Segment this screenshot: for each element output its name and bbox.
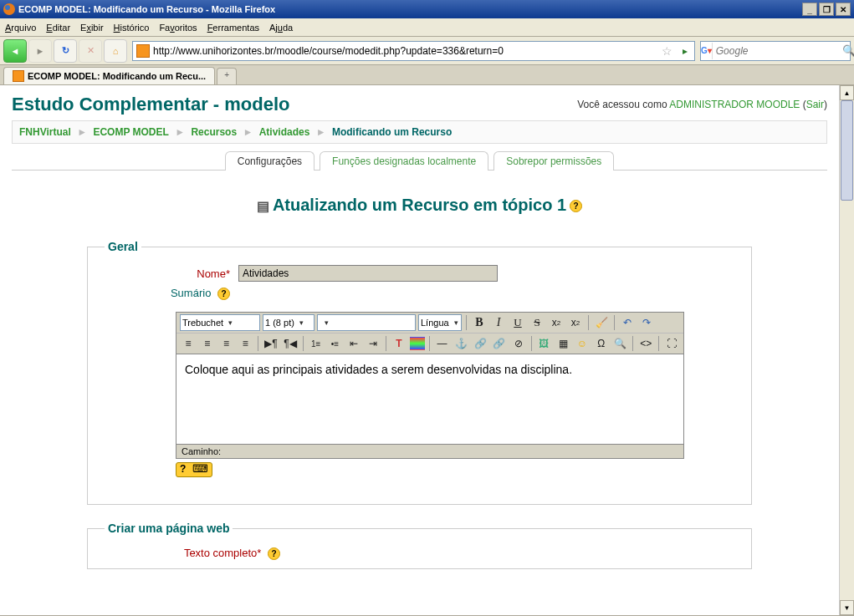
fieldset-geral: Geral Nome* Sumário ? Trebuchet 1 (8 pt)… [87,240,752,505]
close-button[interactable]: ✕ [836,3,851,16]
restore-button[interactable]: ❐ [819,3,834,16]
editor-textarea[interactable]: Coloque aqui as principais atividades a … [176,354,684,445]
search-submit-icon[interactable]: 🔍 [842,44,854,57]
logout-link[interactable]: Sair [806,99,824,110]
go-button[interactable]: ▸ [676,45,694,57]
editor-sup-button[interactable]: x2 [567,314,584,331]
nome-input[interactable] [238,265,498,282]
editor-unlink-button[interactable]: 🔗 [491,335,508,352]
editor-hr-button[interactable]: — [434,335,451,352]
page-title: Estudo Complementar - modelo [12,94,289,115]
menu-ferramentas[interactable]: Ferramentas [207,23,259,33]
vertical-scrollbar[interactable]: ▲ ▼ [839,85,854,615]
reload-button[interactable]: ↻ [54,39,77,63]
menu-arquivo[interactable]: Arquivo [5,23,36,33]
editor-anchor-button[interactable]: ⚓ [453,335,469,352]
editor-nolink-button[interactable]: ⊘ [510,335,527,352]
editor-ul-button[interactable]: •≡ [327,335,344,352]
editor-fullscreen-button[interactable]: ⛶ [663,335,680,352]
stop-button[interactable]: ✕ [79,39,102,63]
editor-search-button[interactable]: 🔍 [612,335,629,352]
user-link[interactable]: ADMINISTRADOR MOODLE [669,99,800,110]
site-favicon-icon [136,44,150,58]
search-input[interactable] [713,45,842,57]
editor-ol-button[interactable]: 1≡ [308,335,325,352]
crumb-recursos[interactable]: Recursos [191,126,237,138]
home-button[interactable]: ⌂ [104,39,127,63]
menu-ajuda[interactable]: Ajuda [269,23,293,33]
editor-clean-button[interactable]: 🧹 [593,314,610,331]
help-texto-icon[interactable]: ? [268,547,280,560]
tab-configuracoes[interactable]: Configurações [225,151,314,171]
editor-font-select[interactable]: Trebuchet [180,314,260,331]
nav-toolbar: ◄ ► ↻ ✕ ⌂ ☆ ▸ G▾ 🔍 [0,37,854,65]
new-tab-button[interactable]: + [217,68,237,84]
editor-rtl-button[interactable]: ¶◀ [282,335,299,352]
editor-strike-button[interactable]: S [529,314,545,331]
editor-ltr-button[interactable]: ▶¶ [263,335,279,352]
menu-historico[interactable]: Histórico [114,23,150,33]
keyboard-help-icon[interactable] [176,462,212,477]
crumb-fnhvirtual[interactable]: FNHVirtual [19,126,71,138]
crumb-current: Modificando um Recurso [332,126,452,138]
editor-smiley-button[interactable]: ☺ [574,335,591,352]
url-input[interactable] [153,43,657,59]
editor-undo-button[interactable]: ↶ [619,314,636,331]
help-sumario-icon[interactable]: ? [217,288,230,300]
document-icon: ▤ [257,199,269,213]
crumb-atividades[interactable]: Atividades [259,126,310,138]
editor-redo-button[interactable]: ↷ [638,314,655,331]
scroll-thumb[interactable] [841,100,853,201]
menu-editar[interactable]: Editar [46,23,70,33]
tab-funcoes[interactable]: Funções designadas localmente [320,151,488,171]
browser-tabbar: ECOMP MODEL: Modificando um Recu... + [0,65,854,85]
editor-source-button[interactable]: <> [637,335,654,352]
editor-lang-select[interactable]: Língua [418,314,462,331]
page-tabs: Configurações Funções designadas localme… [12,150,827,171]
label-texto-completo: Texto completo* ? [105,547,289,560]
crumb-ecomp[interactable]: ECOMP MODEL [93,126,168,138]
tab-sobrepor[interactable]: Sobrepor permissões [493,151,614,171]
menu-favoritos[interactable]: Favoritos [159,23,197,33]
editor-outdent-button[interactable]: ⇤ [345,335,362,352]
editor-italic-button[interactable]: I [490,314,507,331]
browser-tab-active[interactable]: ECOMP MODEL: Modificando um Recu... [3,67,215,84]
fieldset-criar-pagina: Criar uma página web Texto completo* ? [87,522,752,569]
editor-bold-button[interactable]: B [471,314,488,331]
html-editor: Trebuchet 1 (8 pt) Língua B I U S x2 x2 … [176,312,684,479]
tab-favicon-icon [13,70,24,82]
editor-align-left-button[interactable]: ≡ [180,335,197,352]
help-icon[interactable]: ? [570,200,582,212]
back-button[interactable]: ◄ [3,39,27,63]
menu-exibir[interactable]: Exibir [80,23,104,33]
editor-indent-button[interactable]: ⇥ [365,335,381,352]
editor-bgcolor-button[interactable] [410,337,425,350]
content-viewport: Estudo Complementar - modelo Você acesso… [0,85,854,616]
firefox-icon [3,3,15,15]
logged-in-status: Você acessou como ADMINISTRADOR MOODLE (… [577,99,827,110]
editor-align-center-button[interactable]: ≡ [199,335,216,352]
bookmark-star-icon[interactable]: ☆ [657,44,676,58]
google-icon[interactable]: G▾ [701,43,713,59]
editor-table-button[interactable]: ▦ [555,335,571,352]
editor-heading-select[interactable] [317,314,416,331]
window-title: ECOMP MODEL: Modificando um Recurso - Mo… [18,4,802,14]
breadcrumb: FNHVirtual ► ECOMP MODEL ► Recursos ► At… [12,120,827,144]
label-sumario: Sumário ? [105,287,238,300]
editor-sub-button[interactable]: x2 [548,314,565,331]
editor-link-button[interactable]: 🔗 [472,335,488,352]
editor-align-right-button[interactable]: ≡ [218,335,235,352]
search-box[interactable]: G▾ 🔍 [700,41,851,61]
scroll-track[interactable] [840,100,854,600]
editor-char-button[interactable]: Ω [593,335,610,352]
editor-underline-button[interactable]: U [509,314,526,331]
forward-button[interactable]: ► [28,39,52,63]
scroll-down-button[interactable]: ▼ [840,600,854,615]
minimize-button[interactable]: _ [802,3,817,16]
editor-align-justify-button[interactable]: ≡ [237,335,253,352]
scroll-up-button[interactable]: ▲ [840,85,854,100]
url-bar[interactable]: ☆ ▸ [132,41,695,61]
editor-size-select[interactable]: 1 (8 pt) [263,314,314,331]
editor-image-button[interactable]: 🖼 [535,335,552,352]
editor-textcolor-button[interactable]: T [391,335,407,352]
